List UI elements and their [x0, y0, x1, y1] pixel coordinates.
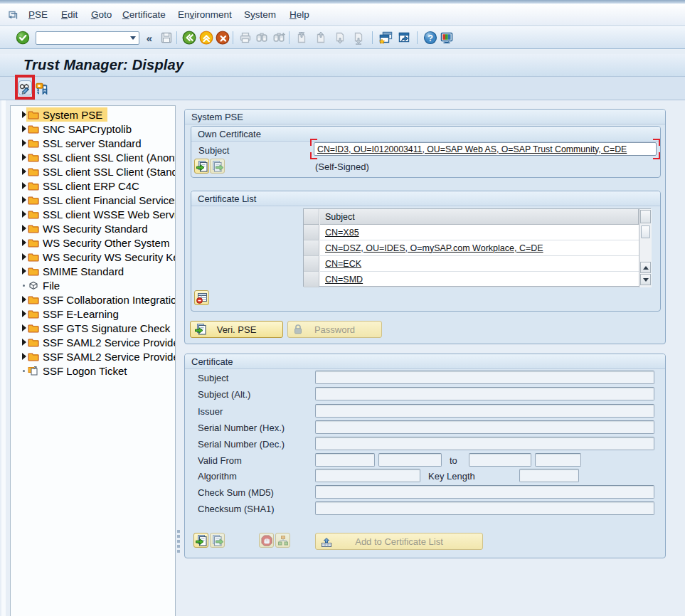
- password-button[interactable]: Password: [287, 321, 382, 338]
- menu-PSE[interactable]: PSE: [28, 9, 48, 20]
- tree-item-content[interactable]: SSF Collaboration Integratio: [26, 292, 176, 307]
- enter-button[interactable]: [15, 26, 30, 49]
- local-layout-button[interactable]: [439, 26, 454, 49]
- exit-button[interactable]: [199, 26, 213, 49]
- certificate-list-row[interactable]: CN=ECK: [320, 256, 639, 272]
- tree-item-content[interactable]: WS Security Other System: [26, 235, 174, 250]
- tree-item-content[interactable]: SSL client SSL Client (Standar: [26, 164, 176, 179]
- tree-item-content[interactable]: SSF SAML2 Service Provide: [26, 349, 176, 363]
- replace-pse-button[interactable]: [36, 83, 48, 95]
- menu-Certificate[interactable]: Certificate: [122, 9, 166, 20]
- new-session-button[interactable]: [378, 26, 393, 49]
- delete-certificate-button[interactable]: [194, 290, 209, 305]
- revoke-certificate-button[interactable]: [259, 533, 274, 548]
- valid-from-date-field[interactable]: [315, 453, 375, 467]
- scroll-down-button[interactable]: [640, 274, 651, 285]
- system-menu-icon[interactable]: [6, 4, 19, 26]
- save-button[interactable]: [159, 26, 173, 49]
- import-certificate-button[interactable]: [193, 533, 208, 548]
- tree-item-content[interactable]: SSF Logon Ticket: [26, 363, 132, 378]
- tree-item-content[interactable]: SNC SAPCryptolib: [26, 122, 137, 136]
- tree-item[interactable]: SSL client ERP C4C: [11, 179, 175, 193]
- serial-number-dec-field[interactable]: [315, 437, 654, 450]
- menu-Edit[interactable]: Edit: [61, 9, 78, 20]
- tree-item[interactable]: WS Security WS Security Keys: [11, 250, 175, 264]
- algorithm-field[interactable]: [315, 469, 420, 482]
- row-select-cell[interactable]: [304, 225, 319, 240]
- menu-Goto[interactable]: Goto: [91, 9, 112, 20]
- tree-item[interactable]: SSL client WSSE Web Service: [11, 207, 175, 221]
- export-own-certificate-button[interactable]: [194, 159, 209, 174]
- tree-item[interactable]: SSL client SSL Client (Standar: [11, 164, 175, 179]
- tree-item[interactable]: SSF Collaboration Integratio: [11, 292, 175, 307]
- certificate-response-button[interactable]: [275, 533, 290, 548]
- next-page-button[interactable]: [332, 26, 348, 49]
- cancel-button[interactable]: [216, 26, 230, 49]
- tree-item[interactable]: System PSE: [11, 107, 175, 122]
- tree-item[interactable]: SSL server Standard: [11, 136, 175, 150]
- row-select-cell[interactable]: [304, 272, 319, 287]
- tree-item-content[interactable]: File: [26, 278, 65, 292]
- subject-alt-field[interactable]: [315, 387, 654, 400]
- valid-from-time-field[interactable]: [378, 453, 442, 467]
- scrollbar-thumb[interactable]: [641, 225, 650, 238]
- back-button[interactable]: [182, 26, 196, 49]
- valid-to-time-field[interactable]: [535, 453, 581, 467]
- check-sum-md5-field[interactable]: [315, 485, 654, 499]
- own-certificate-subject-field[interactable]: CN=ID3, OU=I0120003411, OU=SAP Web AS, O…: [314, 142, 657, 156]
- key-length-field[interactable]: [519, 469, 579, 482]
- tree-item[interactable]: WS Security Other System: [11, 235, 175, 250]
- export-certificate-button[interactable]: [210, 533, 225, 548]
- row-select-cell[interactable]: [304, 240, 319, 256]
- tree-item-content[interactable]: SSL server Standard: [26, 136, 147, 150]
- tree-item-content[interactable]: SSF E-Learning: [26, 307, 124, 321]
- help-button[interactable]: [423, 26, 437, 49]
- tree-item-content[interactable]: SSF SAML2 Service Provide: [26, 335, 176, 349]
- previous-page-button[interactable]: [313, 26, 329, 49]
- serial-number-hex-field[interactable]: [315, 420, 654, 434]
- tree-item-content[interactable]: WS Security Standard: [26, 221, 153, 235]
- last-page-button[interactable]: [351, 26, 366, 49]
- row-select-cell[interactable]: [304, 256, 319, 272]
- column-header-subject[interactable]: Subject: [320, 209, 639, 225]
- import-own-certificate-button[interactable]: [210, 159, 225, 174]
- tree-item[interactable]: SSF Logon Ticket: [11, 363, 175, 378]
- tree-item[interactable]: SSF E-Learning: [11, 307, 175, 321]
- create-shortcut-button[interactable]: [396, 26, 411, 49]
- collapse-toolbar-button[interactable]: «: [144, 26, 155, 49]
- tree-item-content[interactable]: SSF GTS Signature Check: [26, 321, 175, 335]
- certificate-list-row[interactable]: CN=X85: [320, 225, 639, 240]
- find-button[interactable]: [255, 26, 269, 49]
- tree-item-content[interactable]: SSL client WSSE Web Service: [26, 207, 176, 221]
- command-input[interactable]: [38, 33, 129, 43]
- subject-field[interactable]: [315, 371, 654, 384]
- tree-item-content[interactable]: SSL client ERP C4C: [26, 179, 144, 193]
- tree-item-content[interactable]: SSL client Financial Services: [26, 193, 176, 207]
- tree-item[interactable]: SSL client SSL Client (Anonym: [11, 150, 175, 164]
- splitter-grip[interactable]: [177, 530, 180, 556]
- certificate-list-row[interactable]: CN=SMD: [320, 272, 639, 287]
- print-button[interactable]: [238, 26, 253, 49]
- tree-item[interactable]: SSF SAML2 Service Provide: [11, 335, 175, 349]
- issuer-field[interactable]: [315, 404, 654, 418]
- checksum-sha1-field[interactable]: [315, 501, 654, 515]
- tree-item[interactable]: SSF GTS Signature Check: [11, 321, 175, 335]
- menu-Help[interactable]: Help: [290, 9, 309, 20]
- tree-item[interactable]: SNC SAPCryptolib: [11, 122, 175, 136]
- display-change-toggle-button[interactable]: [18, 80, 32, 95]
- tree-item-content[interactable]: WS Security WS Security Keys: [26, 250, 176, 264]
- menu-Environment[interactable]: Environment: [178, 9, 232, 20]
- tree-item-content[interactable]: SSL client SSL Client (Anonym: [26, 150, 176, 164]
- tree-item-content[interactable]: SMIME Standard: [26, 264, 129, 278]
- certificate-list-row[interactable]: CN=DSZ, OU=IDES, O=mySAP.com Workplace, …: [320, 240, 639, 256]
- verify-pse-button[interactable]: Veri. PSE: [190, 321, 283, 338]
- command-field[interactable]: [36, 31, 139, 45]
- first-page-button[interactable]: [294, 26, 309, 49]
- add-to-certificate-list-button[interactable]: Add to Certificate List: [315, 533, 483, 550]
- chevron-down-icon[interactable]: [130, 36, 136, 40]
- find-next-button[interactable]: [271, 26, 286, 49]
- menu-System[interactable]: System: [244, 9, 276, 20]
- tree-item[interactable]: SMIME Standard: [11, 264, 175, 278]
- tree-item[interactable]: WS Security Standard: [11, 221, 175, 235]
- tree-item[interactable]: File: [11, 278, 175, 292]
